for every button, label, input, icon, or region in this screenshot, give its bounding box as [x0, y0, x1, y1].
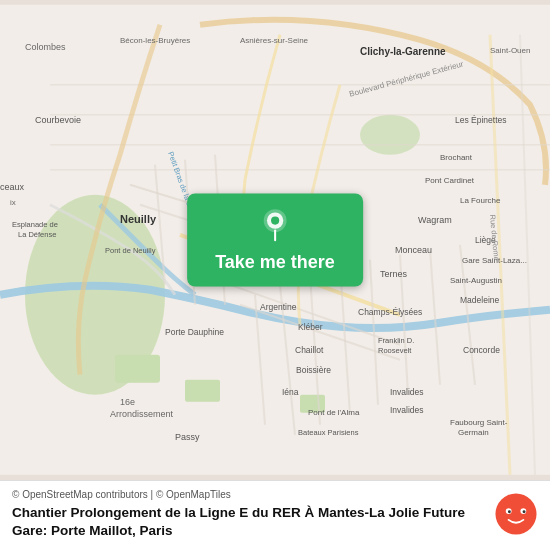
svg-text:Madeleine: Madeleine — [460, 295, 499, 305]
svg-text:Iéna: Iéna — [282, 387, 299, 397]
svg-text:Ternes: Ternes — [380, 269, 408, 279]
svg-text:Porte Dauphine: Porte Dauphine — [165, 327, 224, 337]
take-me-there-label: Take me there — [215, 251, 335, 272]
svg-text:La Fourche: La Fourche — [460, 196, 501, 205]
svg-text:Invalides: Invalides — [390, 405, 424, 415]
svg-text:Wagram: Wagram — [418, 215, 452, 225]
footer-left: © OpenStreetMap contributors | © OpenMap… — [12, 489, 482, 540]
svg-text:Arrondissement: Arrondissement — [110, 409, 174, 419]
svg-text:Champs-Élysées: Champs-Élysées — [358, 307, 422, 317]
svg-point-77 — [495, 494, 536, 535]
svg-text:Bécon-les-Bruyères: Bécon-les-Bruyères — [120, 36, 190, 45]
svg-text:Faubourg Saint-: Faubourg Saint- — [450, 418, 508, 427]
footer-bar: © OpenStreetMap contributors | © OpenMap… — [0, 480, 550, 550]
svg-text:Colombes: Colombes — [25, 42, 66, 52]
moovit-logo — [494, 492, 538, 536]
svg-text:Saint-Augustin: Saint-Augustin — [450, 276, 502, 285]
app-container: Colombes Bécon-les-Bruyères Asnières-sur… — [0, 0, 550, 550]
svg-rect-4 — [185, 380, 220, 402]
svg-text:Chaillot: Chaillot — [295, 345, 324, 355]
svg-point-76 — [271, 216, 279, 224]
svg-point-80 — [508, 511, 511, 514]
svg-text:Pont de l'Alma: Pont de l'Alma — [308, 408, 360, 417]
svg-text:Germain: Germain — [458, 428, 489, 437]
svg-text:Pont Cardinet: Pont Cardinet — [425, 176, 475, 185]
svg-text:La Défense: La Défense — [18, 230, 56, 239]
map-area: Colombes Bécon-les-Bruyères Asnières-sur… — [0, 0, 550, 480]
svg-text:Clichy-la-Garenne: Clichy-la-Garenne — [360, 46, 446, 57]
svg-text:Pont de Neuilly: Pont de Neuilly — [105, 246, 156, 255]
svg-text:Brochant: Brochant — [440, 153, 473, 162]
take-me-there-button[interactable]: Take me there — [187, 193, 363, 286]
svg-point-3 — [360, 115, 420, 155]
svg-point-81 — [523, 511, 526, 514]
svg-text:ix: ix — [10, 198, 16, 207]
svg-text:Invalides: Invalides — [390, 387, 424, 397]
svg-text:Passy: Passy — [175, 432, 200, 442]
svg-text:Saint-Ouen: Saint-Ouen — [490, 46, 530, 55]
moovit-icon — [494, 492, 538, 536]
svg-text:Asnières-sur-Seine: Asnières-sur-Seine — [240, 36, 309, 45]
svg-text:Les Épinettes: Les Épinettes — [455, 115, 507, 125]
svg-rect-2 — [115, 355, 160, 383]
location-title: Chantier Prolongement de la Ligne E du R… — [12, 504, 482, 540]
svg-text:Argentine: Argentine — [260, 302, 297, 312]
svg-text:Roosevelt: Roosevelt — [378, 346, 412, 355]
svg-text:Bateaux Parisiens: Bateaux Parisiens — [298, 428, 359, 437]
svg-text:16e: 16e — [120, 397, 135, 407]
svg-text:Monceau: Monceau — [395, 245, 432, 255]
svg-text:Franklin D.: Franklin D. — [378, 336, 414, 345]
attribution-text: © OpenStreetMap contributors | © OpenMap… — [12, 489, 482, 500]
svg-text:Boissière: Boissière — [296, 365, 331, 375]
svg-text:Esplanade de: Esplanade de — [12, 220, 58, 229]
svg-text:Concorde: Concorde — [463, 345, 500, 355]
svg-text:Kléber: Kléber — [298, 322, 323, 332]
svg-text:ceaux: ceaux — [0, 182, 25, 192]
button-overlay: Take me there — [187, 193, 363, 286]
svg-text:Courbevoie: Courbevoie — [35, 115, 81, 125]
location-pin-icon — [257, 207, 293, 243]
svg-text:Neuilly: Neuilly — [120, 213, 157, 225]
